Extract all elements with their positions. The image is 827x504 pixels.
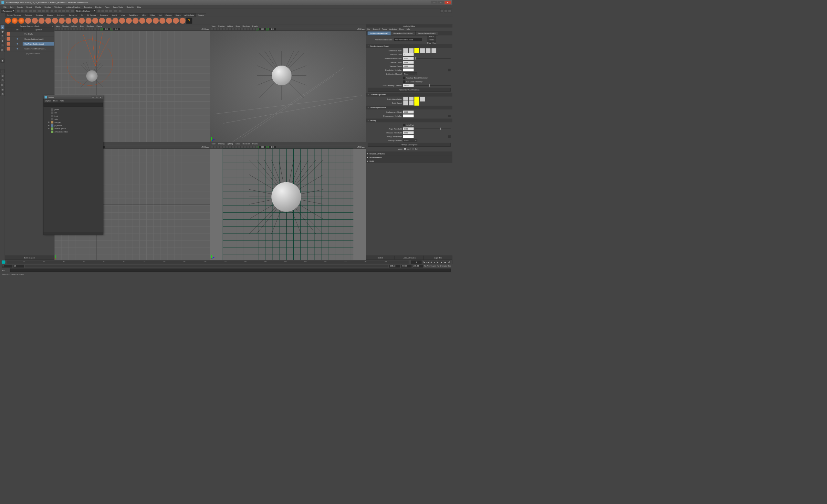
vp-tool-icon[interactable] — [223, 28, 226, 31]
vp-tool-icon[interactable] — [253, 146, 255, 148]
shelf-tab[interactable]: XGen — [148, 13, 157, 17]
vp-tool-icon[interactable] — [217, 28, 220, 31]
viewport-count-input[interactable] — [403, 65, 414, 67]
shelf-icon[interactable] — [18, 17, 25, 23]
vp-tool-icon[interactable] — [238, 28, 241, 31]
goto-start-icon[interactable]: |◀ — [423, 260, 426, 264]
shelf-icon[interactable] — [65, 17, 71, 23]
menu-windows[interactable]: Windows — [53, 5, 64, 8]
vp-menu-lighting[interactable]: Lighting — [227, 143, 233, 145]
live-surface-dropdown[interactable]: No Live Surface — [75, 9, 96, 13]
attr-tab[interactable]: HairFromGuidesNode3 — [367, 31, 391, 36]
vp-tool-icon[interactable] — [58, 28, 61, 31]
guide-prox-checkbox[interactable] — [403, 81, 405, 83]
dist-thumb[interactable] — [420, 48, 425, 53]
hide-button[interactable]: Hide — [433, 42, 436, 44]
vp-tool-icon[interactable] — [82, 28, 85, 31]
vp-tool-icon[interactable] — [220, 146, 223, 148]
section-distribution[interactable]: Distribution and Count — [366, 44, 452, 48]
vp-tool-icon[interactable] — [73, 28, 76, 31]
vp-tool-icon[interactable] — [229, 28, 232, 31]
dist-thumb[interactable] — [431, 48, 436, 53]
layout-custom[interactable]: ⊞ — [0, 92, 4, 96]
vp-tool-icon[interactable] — [70, 28, 73, 31]
render-icon[interactable] — [97, 9, 100, 13]
interp-thumb[interactable] — [420, 97, 425, 101]
menu-help[interactable]: Help — [136, 5, 143, 8]
shelf-tab[interactable]: Yeti — [157, 13, 163, 17]
attr-tab[interactable]: RenderSettingsNode3 — [416, 31, 438, 36]
open-scene-icon[interactable] — [20, 9, 23, 13]
slider[interactable] — [415, 85, 451, 86]
operator-row[interactable]: Fur_Ball1 — [5, 31, 54, 36]
command-input[interactable] — [10, 268, 451, 272]
shelf-tab-ornatrix[interactable]: Ornatrix — [196, 13, 206, 17]
vp-tool-icon[interactable] — [67, 28, 70, 31]
remember-roots-button[interactable]: Remember Root Positions — [368, 88, 451, 92]
section-uuid[interactable]: UUID — [366, 159, 452, 163]
guide-prox-dist-input[interactable] — [403, 84, 414, 87]
operator-row[interactable]: RenderSettingsNode3 — [5, 37, 54, 41]
vp-tool-icon[interactable] — [211, 28, 213, 31]
uniform-randomness-input[interactable] — [403, 57, 414, 60]
shelf-icon[interactable] — [119, 17, 125, 23]
slider[interactable] — [415, 129, 451, 129]
vp-tool-icon[interactable] — [241, 146, 244, 148]
attr-menu-focus[interactable]: Focus — [382, 29, 387, 31]
ipr-icon[interactable] — [101, 9, 104, 13]
last-tool[interactable]: ◈ — [0, 59, 4, 63]
shelf-icon[interactable] — [92, 17, 99, 23]
save-groom-button[interactable]: Save Groom — [5, 256, 54, 260]
vp-menu-renderer[interactable]: Renderer — [243, 25, 250, 27]
layout-two-h[interactable]: ⊟ — [0, 79, 4, 83]
shelf-icon[interactable] — [153, 17, 159, 23]
vp-tool-icon[interactable] — [241, 28, 244, 31]
attr-menu-attributes[interactable]: Attributes — [389, 29, 397, 31]
panel-close-icon[interactable]: ✕ — [52, 25, 53, 27]
distance-threshold-input[interactable] — [403, 131, 414, 134]
range-end[interactable]: 10 — [13, 265, 24, 267]
shelf-tab[interactable]: FX Caching — [85, 13, 98, 17]
vp-menu-renderer[interactable]: Renderer — [243, 143, 250, 145]
vp-tool-icon[interactable] — [223, 146, 226, 148]
vp-tool-icon[interactable] — [217, 146, 220, 148]
rotate-tool[interactable]: ↻ — [0, 44, 4, 48]
vp-menu-panels[interactable]: Panels — [252, 143, 258, 145]
shelf-tab[interactable]: PaintEffects — [127, 13, 140, 17]
vp-tool-icon[interactable] — [235, 28, 238, 31]
vp-menu-view[interactable]: View — [211, 143, 215, 145]
attr-menu-selected[interactable]: Selected — [373, 29, 379, 31]
shelf-tab[interactable]: Dynamics — [98, 13, 110, 17]
outliner-minimize[interactable]: — — [91, 96, 95, 99]
map-swatch[interactable] — [403, 135, 414, 138]
menu-redshift[interactable]: Redshift — [125, 5, 135, 8]
menu-edit[interactable]: Edit — [8, 5, 15, 8]
vp-tool-icon[interactable] — [250, 28, 253, 31]
cmd-lang-toggle[interactable]: MEL — [2, 269, 9, 271]
vp-menu-shading[interactable]: Shading — [218, 143, 225, 145]
outliner-menu-help[interactable]: Help — [60, 100, 64, 102]
shelf-icon[interactable] — [32, 17, 38, 23]
count-thumb[interactable] — [409, 100, 414, 105]
shelf-icon[interactable] — [59, 17, 65, 23]
outliner-scrollbar[interactable] — [44, 232, 103, 235]
shelf-tab[interactable]: Animation — [55, 13, 66, 17]
undo-icon[interactable] — [29, 9, 32, 13]
shelf-tab[interactable]: Polygons — [23, 13, 34, 17]
shelf-tab[interactable]: Rendering — [67, 13, 79, 17]
disp-offset-input[interactable] — [403, 110, 414, 113]
shelf-icon[interactable] — [5, 17, 11, 23]
dist-channel-dropdown[interactable]: None — [403, 72, 418, 75]
anim-layer-dropdown[interactable]: No Anim Layer — [424, 265, 436, 267]
vp-exposure-value[interactable]: 1.00 — [270, 28, 276, 31]
select-mode-icon[interactable] — [38, 9, 41, 13]
lasso-icon[interactable] — [42, 9, 45, 13]
shelf-icon[interactable] — [139, 17, 145, 23]
shelf-icon[interactable] — [166, 17, 172, 23]
shelf-tab[interactable]: VRay — [140, 13, 148, 17]
vp-tool-icon[interactable] — [61, 28, 64, 31]
snap-live-icon[interactable] — [66, 9, 69, 13]
goto-end-icon[interactable]: ▶| — [447, 260, 450, 264]
layout-four[interactable]: ⊞ — [0, 74, 4, 78]
menu-create[interactable]: Create — [15, 5, 24, 8]
